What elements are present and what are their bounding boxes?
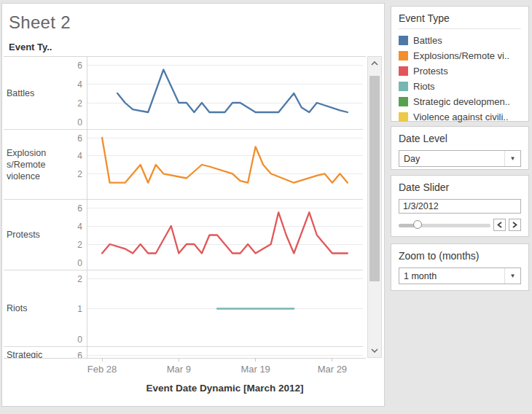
zoom-to-card: Zoom to (months) 1 month ▼ [391, 243, 529, 291]
zoom-to-title: Zoom to (months) [399, 250, 521, 262]
x-tick-label: Feb 28 [87, 364, 117, 375]
y-tick-label: 4 [77, 222, 82, 232]
legend-item[interactable]: Protests [399, 63, 521, 79]
legend-item-label: Riots [413, 81, 435, 92]
slider-step-forward-button[interactable] [509, 219, 521, 231]
legend-item-label: Violence against civili.. [413, 112, 509, 122]
legend-swatch-icon [399, 36, 408, 45]
y-tick-label: 2 [77, 274, 82, 284]
legend-item[interactable]: Strategic developmen.. [399, 94, 521, 109]
dropdown-arrow-icon[interactable]: ▼ [504, 268, 520, 284]
legend-swatch-icon [399, 82, 408, 91]
y-tick-label: 6 [77, 60, 82, 71]
y-tick-label: 2 [77, 169, 82, 179]
y-tick-label: 0 [77, 335, 82, 345]
row-label: violence [7, 171, 40, 181]
legend-item[interactable]: Violence against civili.. [399, 109, 521, 125]
x-tick-label: Mar 29 [318, 364, 347, 375]
legend-swatch-icon [399, 66, 408, 76]
legend-swatch-icon [399, 51, 408, 60]
event-type-legend: Event Type BattlesExplosions/Remote vi..… [391, 6, 529, 122]
legend-title: Event Type [399, 12, 521, 29]
slider-step-back-button[interactable] [493, 219, 506, 231]
chart-scrollbar[interactable] [367, 56, 382, 358]
legend-item-label: Explosions/Remote vi.. [413, 50, 509, 61]
y-tick-label: 2 [77, 98, 82, 109]
series-line-battles[interactable] [117, 70, 348, 113]
zoom-to-value: 1 month [399, 271, 504, 281]
row-header-label: Event Ty.. [9, 42, 52, 52]
row-label: Riots [7, 303, 27, 313]
x-tick-label: Mar 9 [167, 364, 191, 375]
y-tick-label: 6 [77, 133, 82, 144]
x-axis-title: Event Date Dynamic [March 2012] [146, 383, 303, 394]
legend-swatch-icon [399, 112, 408, 122]
date-slider-handle[interactable] [413, 220, 422, 229]
y-tick-label: 4 [77, 151, 82, 161]
worksheet-panel: Sheet 2 Event Ty.. 0246Battles246Explosi… [1, 3, 385, 407]
date-slider-input[interactable] [399, 199, 521, 214]
chevron-right-icon [512, 222, 517, 228]
row-label: Protests [7, 230, 40, 240]
row-label: s/Remote [7, 160, 46, 170]
date-slider-track[interactable] [399, 220, 490, 230]
date-level-value: Day [399, 154, 504, 164]
chevron-up-icon [371, 61, 378, 66]
x-tick-label: Mar 19 [240, 364, 270, 375]
row-label: Battles [7, 88, 34, 98]
series-line-explosions-remote-violence[interactable] [102, 138, 348, 183]
date-level-title: Date Level [399, 133, 521, 144]
row-label: Explosion [7, 148, 46, 158]
legend-item-label: Protests [413, 66, 448, 77]
y-tick-label: 6 [77, 351, 82, 361]
date-level-dropdown[interactable]: Day ▼ [399, 150, 521, 167]
small-multiples-chart[interactable]: 0246Battles246Explosions/Remoteviolence0… [2, 55, 384, 407]
scroll-up-button[interactable] [368, 57, 381, 70]
series-line-protests[interactable] [102, 212, 348, 253]
legend-item[interactable]: Battles [399, 33, 521, 48]
y-tick-label: 4 [77, 79, 82, 90]
date-level-card: Date Level Day ▼ [391, 126, 529, 170]
y-tick-label: 2 [77, 240, 82, 250]
y-tick-label: 0 [77, 258, 82, 268]
legend-item-label: Battles [413, 35, 442, 46]
scrollbar-thumb[interactable] [369, 76, 380, 281]
zoom-to-dropdown[interactable]: 1 month ▼ [399, 267, 521, 284]
y-tick-label: 6 [77, 203, 82, 214]
date-slider-card: Date Slider [391, 175, 529, 237]
date-slider-title: Date Slider [399, 181, 521, 193]
chevron-left-icon [497, 222, 502, 228]
dropdown-arrow-icon[interactable]: ▼ [504, 151, 520, 166]
y-tick-label: 0 [77, 117, 82, 128]
legend-swatch-icon [399, 97, 408, 106]
y-tick-label: 1 [77, 304, 82, 314]
chevron-down-icon [371, 348, 378, 353]
legend-item-list: BattlesExplosions/Remote vi..ProtestsRio… [399, 33, 521, 125]
legend-item-label: Strategic developmen.. [413, 96, 510, 107]
sheet-title: Sheet 2 [9, 12, 71, 33]
legend-item[interactable]: Riots [399, 79, 521, 94]
scroll-down-button[interactable] [368, 344, 381, 357]
legend-item[interactable]: Explosions/Remote vi.. [399, 48, 521, 63]
